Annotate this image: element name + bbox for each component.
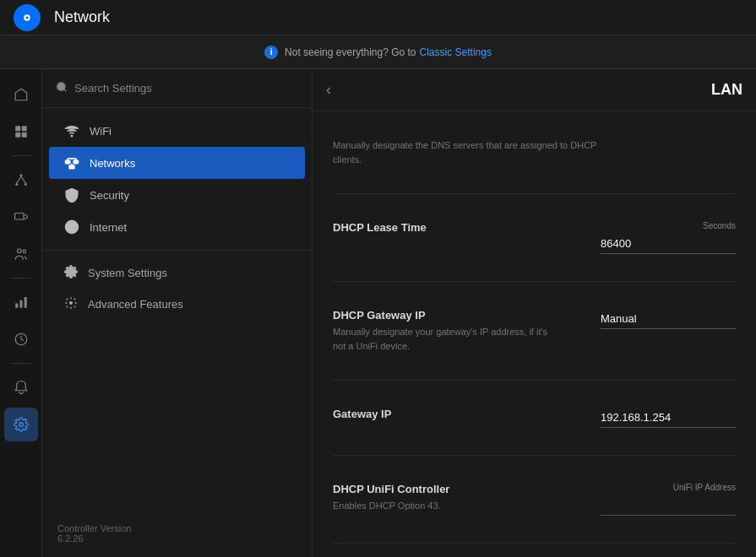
- dhcp-unifi-controller-desc: Enables DHCP Option 43.: [333, 499, 550, 513]
- content-scroll: Manually designate the DNS servers that …: [313, 111, 756, 557]
- page-title: Network: [54, 8, 110, 26]
- nav-section-utility: System Settings Advanced Features: [42, 251, 312, 327]
- svg-rect-5: [15, 132, 20, 138]
- nav-divider-1: [11, 155, 31, 156]
- controller-version-value: 6.2.26: [57, 533, 296, 543]
- svg-line-21: [64, 89, 67, 92]
- svg-rect-23: [66, 160, 70, 164]
- dhcp-unifi-controller-control: UniFi IP Address: [567, 483, 736, 516]
- svg-point-7: [19, 174, 22, 176]
- dhcp-unifi-controller-unit: UniFi IP Address: [673, 483, 736, 492]
- internet-icon: [64, 219, 79, 235]
- controller-version-label: Controller Version: [57, 523, 296, 533]
- svg-rect-6: [21, 132, 26, 138]
- sidebar-item-advanced-features[interactable]: Advanced Features: [49, 289, 305, 320]
- svg-line-10: [16, 176, 20, 183]
- gateway-ip-control: [567, 408, 736, 428]
- sidebar-item-wifi[interactable]: WiFi: [49, 115, 305, 147]
- svg-point-8: [15, 183, 18, 186]
- sidebar-item-networks[interactable]: Networks: [49, 147, 305, 179]
- gateway-ip-row: Gateway IP: [333, 397, 736, 438]
- dhcp-unifi-controller-label: DHCP UniFi Controller: [333, 483, 550, 495]
- advanced-features-icon: [64, 296, 78, 312]
- nav-icon-devices[interactable]: [4, 200, 38, 234]
- search-label: Search Settings: [74, 82, 152, 95]
- svg-rect-24: [73, 160, 78, 164]
- dns-description-section: Manually designate the DNS servers that …: [333, 111, 736, 194]
- svg-line-11: [21, 176, 25, 183]
- sidebar-item-internet[interactable]: Internet: [49, 211, 305, 243]
- dhcp-unifi-controller-section: DHCP UniFi Controller Enables DHCP Optio…: [333, 456, 736, 543]
- svg-rect-17: [24, 297, 26, 308]
- svg-point-19: [19, 423, 23, 427]
- info-message: Not seeing everything? Go to: [285, 46, 416, 58]
- nav-divider-2: [11, 278, 31, 278]
- svg-point-20: [57, 83, 65, 90]
- dhcp-gateway-ip-section: DHCP Gateway IP Manually designate your …: [333, 282, 736, 381]
- nav-icon-home[interactable]: [4, 78, 38, 111]
- nav-icon-topology[interactable]: [4, 163, 38, 197]
- sidebar: Search Settings WiFi Networks: [42, 69, 313, 557]
- gateway-ip-section: Gateway IP: [333, 381, 736, 456]
- svg-point-22: [71, 135, 73, 137]
- wifi-icon: [64, 123, 79, 138]
- security-label: Security: [90, 189, 129, 202]
- dhcp-unifi-controller-row: DHCP UniFi Controller Enables DHCP Optio…: [333, 473, 736, 526]
- svg-point-2: [26, 16, 29, 19]
- wifi-label: WiFi: [90, 125, 111, 138]
- nav-icon-settings[interactable]: [4, 408, 38, 441]
- nav-section-main: WiFi Networks Security Int: [42, 108, 312, 251]
- svg-point-34: [70, 302, 73, 305]
- dhcp-lease-time-input[interactable]: [601, 234, 736, 254]
- svg-rect-25: [69, 165, 74, 169]
- svg-rect-4: [21, 126, 26, 131]
- svg-rect-16: [19, 300, 22, 308]
- nav-icon-insights[interactable]: [4, 322, 38, 356]
- back-button[interactable]: ‹: [326, 81, 331, 99]
- classic-settings-link[interactable]: Classic Settings: [420, 46, 492, 58]
- svg-rect-15: [15, 304, 18, 308]
- dhcp-gateway-ip-value[interactable]: Manual: [601, 309, 736, 329]
- gateway-ip-input[interactable]: [601, 408, 736, 428]
- dns-description-text: Manually designate the DNS servers that …: [333, 138, 603, 166]
- system-settings-icon: [64, 265, 78, 281]
- main-layout: Search Settings WiFi Networks: [0, 69, 756, 557]
- sidebar-item-system-settings[interactable]: System Settings: [49, 257, 305, 289]
- dhcp-lease-time-row: DHCP Lease Time Seconds: [333, 211, 736, 264]
- dhcp-gateway-ip-row: DHCP Gateway IP Manually designate your …: [333, 299, 736, 363]
- svg-point-13: [17, 249, 21, 253]
- dhcp-gateway-ip-label: DHCP Gateway IP: [333, 309, 550, 322]
- svg-rect-3: [15, 126, 20, 131]
- sidebar-item-security[interactable]: Security: [49, 179, 305, 211]
- search-settings[interactable]: Search Settings: [42, 69, 312, 108]
- gateway-ip-label: Gateway IP: [333, 408, 550, 420]
- svg-point-14: [22, 250, 25, 253]
- dhcp-unifi-controller-input[interactable]: [601, 495, 736, 516]
- nav-icon-clients[interactable]: [4, 237, 38, 271]
- security-icon: [64, 187, 79, 203]
- dhcp-guarding-section: DHCP Guarding Configures UniFi switches …: [333, 543, 736, 557]
- info-icon: i: [264, 46, 278, 59]
- sidebar-footer: Controller Version 6.2.26: [42, 510, 312, 557]
- system-settings-label: System Settings: [88, 267, 167, 279]
- dhcp-lease-time-control: Seconds: [567, 221, 736, 254]
- content-area: ‹ LAN Manually designate the DNS servers…: [313, 69, 756, 557]
- content-title: LAN: [711, 81, 742, 99]
- networks-label: Networks: [90, 157, 135, 170]
- svg-point-9: [24, 183, 26, 186]
- nav-icon-alerts[interactable]: [4, 370, 38, 404]
- advanced-features-label: Advanced Features: [88, 298, 183, 311]
- app-logo: [14, 4, 41, 31]
- dhcp-gateway-ip-desc: Manually designate your gateway's IP add…: [333, 325, 550, 353]
- networks-icon: [64, 155, 79, 170]
- svg-rect-12: [14, 214, 24, 220]
- dhcp-lease-time-section: DHCP Lease Time Seconds: [333, 194, 736, 282]
- info-bar: i Not seeing everything? Go to Classic S…: [0, 35, 756, 69]
- dhcp-lease-time-label: DHCP Lease Time: [333, 221, 550, 234]
- search-icon: [56, 81, 68, 95]
- nav-icon-dashboard[interactable]: [4, 115, 38, 149]
- dns-description-row: Manually designate the DNS servers that …: [333, 128, 736, 176]
- nav-icon-statistics[interactable]: [4, 285, 38, 319]
- content-header: ‹ LAN: [313, 69, 756, 111]
- top-bar: Network: [0, 0, 756, 35]
